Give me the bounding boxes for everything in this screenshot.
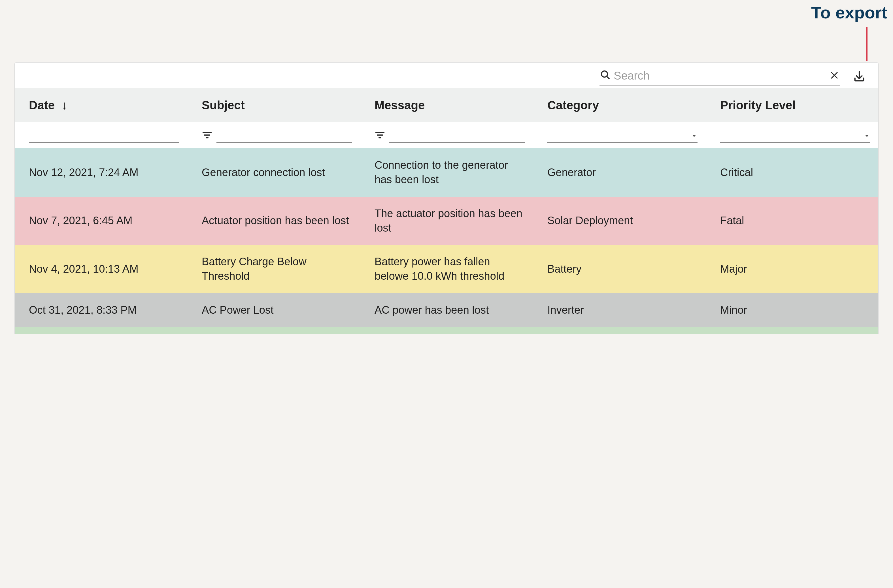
cell-category: Battery: [533, 245, 706, 293]
top-bar: [15, 63, 878, 88]
cell-date: Oct 31, 2021, 8:33 PM: [15, 293, 188, 327]
download-icon: [853, 70, 866, 84]
svg-marker-11: [692, 135, 696, 137]
cell-date: Oct 31, 2021, 7:00 PM: [15, 327, 188, 334]
table-header-row: Date ↓ Subject Message Category Priority…: [15, 88, 878, 122]
cell-message: The actuator position has been lost: [360, 197, 533, 245]
cell-category: Solar Deployment: [533, 197, 706, 245]
cell-message: Battery power has fallen belowe 10.0 kWh…: [360, 245, 533, 293]
dropdown-caret-icon: [863, 131, 870, 141]
cell-subject: AC Power Lost: [188, 293, 360, 327]
annotation-export-label: To export: [811, 3, 887, 22]
cell-date: Nov 12, 2021, 7:24 AM: [15, 148, 188, 197]
cell-priority: Minor: [706, 293, 878, 327]
cell-date: Nov 7, 2021, 6:45 AM: [15, 197, 188, 245]
column-header-category-label: Category: [547, 99, 599, 112]
events-table: Date ↓ Subject Message Category Priority…: [15, 88, 878, 334]
column-header-subject-label: Subject: [202, 99, 245, 112]
dropdown-caret-icon: [691, 131, 698, 141]
annotation-arrow-line: [866, 27, 867, 61]
cell-priority: Warning: [706, 327, 878, 334]
cell-priority: Critical: [706, 148, 878, 197]
filter-icon: [202, 130, 212, 142]
filter-subject[interactable]: [202, 130, 352, 142]
cell-priority: Fatal: [706, 197, 878, 245]
filter-date-input[interactable]: [29, 130, 179, 142]
filter-priority-select[interactable]: [720, 130, 870, 142]
filter-message-input[interactable]: [389, 130, 525, 142]
column-header-subject[interactable]: Subject: [188, 88, 360, 122]
export-button[interactable]: [852, 69, 867, 85]
search-icon: [600, 69, 611, 82]
cell-category: System: [533, 327, 706, 334]
clear-search-button[interactable]: [828, 69, 840, 82]
filter-subject-input[interactable]: [216, 130, 352, 142]
filter-date[interactable]: [29, 130, 179, 142]
search-input[interactable]: [611, 68, 828, 83]
column-header-priority-label: Priority Level: [720, 99, 795, 112]
cell-subject: System Startup: [188, 327, 360, 334]
filter-icon: [374, 130, 385, 142]
svg-line-1: [607, 76, 609, 79]
table-row[interactable]: Oct 31, 2021, 7:00 PMSystem StartupThe s…: [15, 327, 878, 334]
filter-message[interactable]: [374, 130, 525, 142]
cell-category: Inverter: [533, 293, 706, 327]
cell-message: AC power has been lost: [360, 293, 533, 327]
column-header-date-label: Date: [29, 99, 55, 112]
sort-desc-icon: ↓: [62, 99, 68, 112]
column-header-date[interactable]: Date ↓: [15, 88, 188, 122]
table-row[interactable]: Nov 12, 2021, 7:24 AMGenerator connectio…: [15, 148, 878, 197]
close-icon: [830, 70, 839, 81]
column-header-message[interactable]: Message: [360, 88, 533, 122]
cell-subject: Actuator position has been lost: [188, 197, 360, 245]
table-row[interactable]: Oct 31, 2021, 8:33 PMAC Power LostAC pow…: [15, 293, 878, 327]
search-field[interactable]: [600, 68, 840, 86]
table-row[interactable]: Nov 4, 2021, 10:13 AMBattery Charge Belo…: [15, 245, 878, 293]
svg-marker-12: [865, 135, 869, 137]
filter-category-select[interactable]: [547, 130, 698, 142]
column-header-category[interactable]: Category: [533, 88, 706, 122]
cell-message: Connection to the generator has been los…: [360, 148, 533, 197]
events-panel: Date ↓ Subject Message Category Priority…: [15, 62, 878, 334]
cell-message: The system has started: [360, 327, 533, 334]
cell-date: Nov 4, 2021, 10:13 AM: [15, 245, 188, 293]
table-filter-row: [15, 122, 878, 148]
cell-subject: Generator connection lost: [188, 148, 360, 197]
column-header-message-label: Message: [374, 99, 425, 112]
cell-subject: Battery Charge Below Threshold: [188, 245, 360, 293]
table-row[interactable]: Nov 7, 2021, 6:45 AMActuator position ha…: [15, 197, 878, 245]
svg-point-0: [601, 71, 608, 77]
column-header-priority[interactable]: Priority Level: [706, 88, 878, 122]
cell-priority: Major: [706, 245, 878, 293]
cell-category: Generator: [533, 148, 706, 197]
